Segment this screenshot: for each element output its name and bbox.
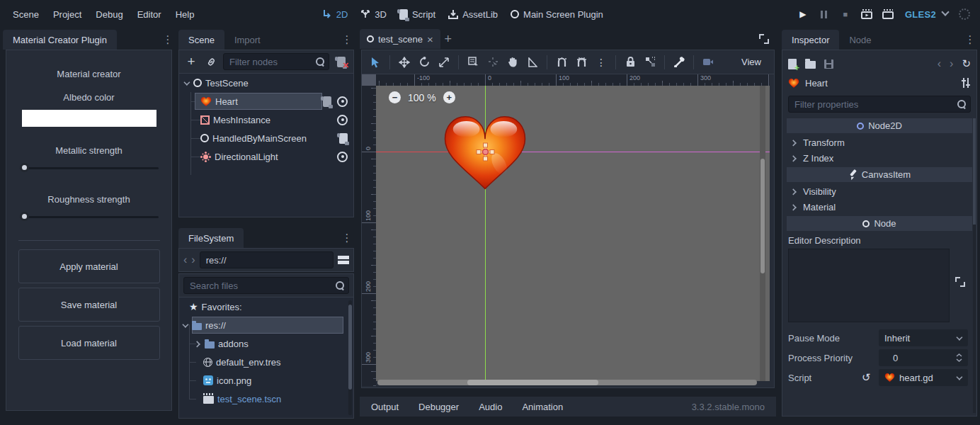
horizontal-scrollbar[interactable] [377, 380, 757, 385]
search-files-input[interactable] [183, 277, 349, 294]
spinner-arrows-icon[interactable] [956, 353, 962, 362]
zoom-in-button[interactable]: + [443, 91, 455, 103]
nav-back-button[interactable]: ‹ [183, 254, 187, 266]
scrollbar[interactable] [348, 300, 352, 415]
tree-row-heart[interactable]: Heart [179, 92, 353, 110]
menu-help[interactable]: Help [169, 6, 202, 23]
move-mode-button[interactable] [395, 54, 414, 71]
bottom-tab-animation[interactable]: Animation [522, 402, 563, 412]
group-transform[interactable]: Transform [788, 135, 971, 150]
metallic-strength-slider[interactable] [20, 163, 159, 173]
collapse-icon[interactable] [183, 322, 188, 327]
bottom-tab-output[interactable]: Output [371, 402, 399, 412]
group-visibility[interactable]: Visibility [788, 183, 971, 199]
filter-nodes-input[interactable] [223, 53, 329, 70]
instance-scene-button[interactable] [203, 54, 219, 69]
albedo-color-swatch[interactable] [22, 110, 156, 127]
tree-row-testscene[interactable]: TestScene [179, 74, 353, 92]
grid-snap-button[interactable] [572, 54, 591, 71]
roughness-strength-slider[interactable] [20, 212, 159, 222]
tab-material-creator-plugin[interactable]: Material Creator Plugin [3, 30, 117, 50]
zoom-out-button[interactable]: − [389, 91, 401, 103]
bottom-tab-audio[interactable]: Audio [479, 402, 502, 412]
scrollbar[interactable] [973, 118, 976, 413]
tree-row-icon-png[interactable]: icon.png [179, 371, 353, 390]
bottom-tab-debugger[interactable]: Debugger [418, 402, 459, 412]
dock-menu-icon[interactable]: ⋮ [161, 33, 175, 46]
pan-mode-button[interactable] [503, 54, 522, 71]
tab-import[interactable]: Import [224, 30, 270, 50]
workspace-main-screen-plugin-button[interactable]: Main Screen Plugin [504, 6, 610, 23]
scale-mode-button[interactable] [435, 54, 453, 71]
visibility-icon[interactable] [337, 152, 348, 162]
tree-row-default-env[interactable]: default_env.tres [179, 353, 353, 371]
workspace-2d-button[interactable]: 2D [316, 6, 355, 23]
tree-row-directionallight[interactable]: DirectionalLight [179, 147, 353, 166]
menu-project[interactable]: Project [46, 6, 89, 23]
process-priority-spinbox[interactable]: 0 [879, 349, 968, 366]
new-scene-tab-button[interactable]: + [440, 31, 456, 47]
distraction-free-icon[interactable] [759, 34, 769, 44]
move-gizmo[interactable] [476, 142, 495, 164]
list-select-button[interactable] [464, 54, 482, 71]
history-forward-icon[interactable]: › [950, 57, 953, 70]
lock-object-button[interactable] [621, 54, 639, 71]
add-node-button[interactable]: + [183, 54, 199, 69]
close-icon[interactable]: × [427, 33, 433, 45]
history-icon[interactable]: ↻ [962, 57, 971, 70]
snap-options-menu[interactable]: ⋮ [592, 54, 610, 71]
revert-icon[interactable]: ↺ [862, 371, 871, 384]
split-mode-icon[interactable] [338, 256, 349, 264]
visibility-icon[interactable] [337, 115, 348, 125]
tab-node[interactable]: Node [839, 30, 881, 50]
skeleton-bone-button[interactable] [670, 54, 688, 71]
smart-snap-button[interactable] [552, 54, 571, 71]
camera-override-button[interactable] [699, 54, 717, 71]
group-object-button[interactable] [641, 54, 659, 71]
category-node2d[interactable]: Node2D [787, 118, 972, 133]
save-material-button[interactable]: Save material [18, 288, 160, 322]
pause-mode-dropdown[interactable]: Inherit [879, 329, 968, 346]
expand-icon[interactable] [195, 341, 200, 346]
workspace-assetlib-button[interactable]: AssetLib [442, 6, 504, 23]
move-pivot-button[interactable] [484, 54, 502, 71]
pause-button[interactable] [814, 5, 835, 23]
category-canvasitem[interactable]: CanvasItem [787, 167, 972, 182]
zoom-level-label[interactable]: 100 % [408, 92, 436, 103]
group-z-index[interactable]: Z Index [788, 150, 971, 166]
slider-handle[interactable] [20, 163, 29, 172]
object-tools-icon[interactable] [961, 78, 971, 88]
scene-tab-test-scene[interactable]: test_scene × [360, 29, 440, 49]
stop-button[interactable]: ■ [835, 5, 856, 23]
expand-description-icon[interactable] [955, 277, 965, 287]
visibility-icon[interactable] [337, 96, 348, 107]
apply-material-button[interactable]: Apply material [18, 249, 160, 283]
menu-editor[interactable]: Editor [130, 6, 169, 23]
workspace-3d-button[interactable]: 3D [354, 6, 393, 23]
vertical-scrollbar[interactable] [760, 86, 765, 381]
ruler-mode-button[interactable] [523, 54, 542, 71]
load-material-button[interactable]: Load material [18, 326, 160, 360]
tree-row-favorites[interactable]: ★ Favorites: [179, 298, 353, 316]
select-mode-button[interactable] [366, 54, 384, 71]
script-icon[interactable] [323, 96, 331, 107]
category-node[interactable]: Node [787, 216, 972, 231]
dock-menu-icon[interactable]: ⋮ [340, 33, 354, 46]
filter-properties-input[interactable] [788, 96, 971, 113]
group-material[interactable]: Material [788, 199, 971, 215]
collapse-icon[interactable] [184, 80, 189, 85]
workspace-script-button[interactable]: Script [393, 6, 442, 23]
rotate-mode-button[interactable] [415, 54, 433, 71]
tree-row-addons[interactable]: addons [179, 334, 353, 353]
tree-row-res[interactable]: res:// [179, 316, 353, 334]
nav-forward-button[interactable]: › [191, 254, 195, 266]
dock-menu-icon[interactable]: ⋮ [340, 232, 354, 244]
load-resource-icon[interactable] [805, 61, 816, 69]
tab-filesystem[interactable]: FileSystem [178, 228, 244, 248]
dock-menu-icon[interactable]: ⋮ [963, 33, 977, 46]
2d-canvas[interactable]: − 100 % + [376, 86, 770, 381]
history-back-icon[interactable]: ‹ [938, 57, 941, 70]
menu-scene[interactable]: Scene [6, 6, 46, 23]
save-resource-icon[interactable] [824, 60, 833, 69]
renderer-dropdown[interactable]: GLES2 [899, 6, 955, 23]
